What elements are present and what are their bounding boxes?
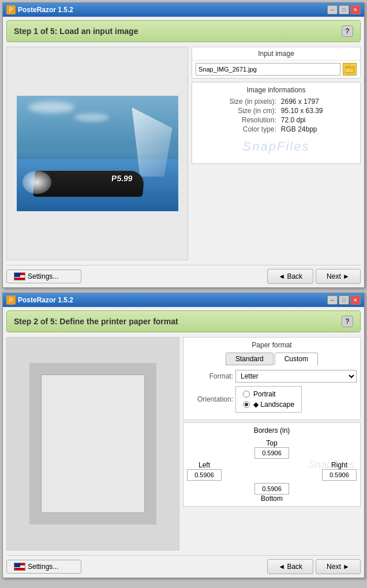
title-bar-left-2: P PosteRazor 1.5.2 (6, 295, 73, 305)
orientation-box: Portrait ◆ Landscape (235, 386, 302, 413)
window-2: P PosteRazor 1.5.2 ─ □ ✕ Step 2 of 5: De… (2, 293, 365, 578)
next-button-2[interactable]: Next ► (316, 559, 361, 574)
title-bar-2: P PosteRazor 1.5.2 ─ □ ✕ (3, 293, 364, 307)
middle-border-group: Left Right (187, 461, 357, 481)
step-title-1: Step 1 of 5: Load an input image (14, 27, 138, 36)
bottom-border-group: Bottom (187, 483, 357, 503)
preview-panel-2 (6, 337, 179, 550)
info-panel-1: Input image Image in (192, 47, 361, 260)
filename-input[interactable] (196, 63, 340, 76)
cloud-1 (28, 102, 74, 113)
right-label: Right (331, 461, 347, 469)
svg-rect-1 (345, 68, 354, 73)
minimize-button-2[interactable]: ─ (327, 295, 338, 305)
bottom-label: Bottom (261, 495, 283, 503)
paper-format-section: Paper format Standard Custom Format: Let… (183, 337, 361, 420)
tab-standard[interactable]: Standard (226, 353, 274, 365)
next-button-1[interactable]: Next ► (316, 269, 361, 284)
minimize-button-1[interactable]: ─ (327, 5, 338, 14)
bottom-bar-1: Settings... ◄ Back Next ► (6, 265, 361, 284)
left-border-input[interactable] (187, 469, 222, 481)
help-button-2[interactable]: ? (342, 316, 353, 327)
flag-icon-1 (14, 272, 25, 280)
folder-icon (345, 65, 354, 73)
help-button-1[interactable]: ? (342, 25, 353, 37)
preview-panel-1: P5.99 (6, 47, 188, 260)
image-info-box: Image informations Size (in pixels): 269… (192, 82, 361, 164)
race-number: P5.99 (111, 174, 133, 183)
right-border-group: Right (322, 461, 357, 481)
title-bar-buttons-2: ─ □ ✕ (327, 295, 361, 305)
step-header-2: Step 2 of 5: Define the printer paper fo… (6, 310, 361, 332)
left-border-group: Left (187, 461, 222, 481)
orientation-row: Orientation: Portrait ◆ Landscape (187, 386, 357, 413)
format-label: Format: (187, 372, 233, 380)
watermark-1: SnapFiles (196, 133, 357, 160)
size-cm-value: 95.10 x 63.39 (281, 107, 354, 115)
landscape-label: ◆ Landscape (253, 400, 294, 409)
format-select[interactable]: Letter (235, 370, 357, 383)
boat-preview-image: P5.99 (17, 96, 178, 211)
settings-button-1[interactable]: Settings... (6, 269, 81, 283)
app-icon-1: P (6, 5, 16, 14)
size-pixels-value: 2696 x 1797 (281, 98, 354, 106)
maximize-button-1[interactable]: □ (339, 5, 349, 14)
input-image-box: Input image (192, 47, 361, 78)
left-label: Left (199, 461, 210, 469)
title-bar-buttons-1: ─ □ ✕ (327, 5, 361, 14)
window-1-content: Step 1 of 5: Load an input image ? P5.99 (3, 17, 364, 287)
orientation-label: Orientation: (187, 395, 233, 403)
image-info-grid: Size (in pixels): 2696 x 1797 Size (in c… (196, 98, 357, 133)
color-type-value: RGB 24bpp (281, 125, 354, 133)
maximize-button-2[interactable]: □ (339, 295, 349, 305)
top-label: Top (266, 439, 277, 447)
main-area-2: Paper format Standard Custom Format: Let… (6, 337, 361, 550)
main-area-1: P5.99 Input image (6, 47, 361, 260)
window-2-content: Step 2 of 5: Define the printer paper fo… (3, 307, 364, 578)
borders-section: Borders (in) SnapFiles Top Left (183, 422, 361, 507)
size-cm-label: Size (in cm): (198, 107, 276, 115)
settings-label-1: Settings... (28, 272, 58, 280)
right-border-input[interactable] (322, 469, 357, 481)
landscape-radio-row[interactable]: ◆ Landscape (243, 400, 294, 409)
window-1: P PosteRazor 1.5.2 ─ □ ✕ Step 1 of 5: Lo… (2, 2, 365, 288)
image-info-header: Image informations (196, 86, 357, 94)
back-button-2[interactable]: ◄ Back (267, 559, 313, 574)
landscape-radio[interactable] (243, 401, 250, 408)
close-button-1[interactable]: ✕ (350, 5, 361, 14)
nav-buttons-2: ◄ Back Next ► (267, 559, 361, 574)
resolution-label: Resolution: (198, 116, 276, 124)
title-bar-left-1: P PosteRazor 1.5.2 (6, 5, 73, 14)
title-bar-1: P PosteRazor 1.5.2 ─ □ ✕ (3, 3, 364, 17)
paper-format-title: Paper format (187, 341, 357, 349)
paper-format-panel: Paper format Standard Custom Format: Let… (183, 337, 361, 550)
step-title-2: Step 2 of 5: Define the printer paper fo… (14, 317, 178, 326)
cloud-2 (74, 113, 109, 122)
browse-button[interactable] (343, 63, 357, 76)
portrait-radio-row[interactable]: Portrait (243, 390, 294, 398)
color-type-label: Color type: (198, 125, 276, 133)
input-row (192, 61, 360, 78)
close-button-2[interactable]: ✕ (350, 295, 361, 305)
input-image-header: Input image (192, 47, 360, 61)
tab-row: Standard Custom (187, 353, 357, 365)
size-pixels-label: Size (in pixels): (198, 98, 276, 106)
window-title-2: PosteRazor 1.5.2 (18, 296, 73, 304)
settings-label-2: Settings... (28, 563, 58, 571)
bottom-border-input[interactable] (254, 483, 289, 495)
paper-preview (29, 363, 156, 525)
bottom-bar-2: Settings... ◄ Back Next ► (6, 555, 361, 574)
portrait-label: Portrait (253, 390, 276, 398)
format-row: Format: Letter (187, 370, 357, 383)
window-title-1: PosteRazor 1.5.2 (18, 6, 73, 14)
settings-button-2[interactable]: Settings... (6, 560, 81, 574)
front-spray (23, 171, 51, 194)
flag-icon-2 (14, 563, 25, 571)
back-button-1[interactable]: ◄ Back (267, 269, 313, 284)
tab-custom[interactable]: Custom (275, 353, 318, 365)
resolution-value: 72.0 dpi (281, 116, 354, 124)
nav-buttons-1: ◄ Back Next ► (267, 269, 361, 284)
portrait-radio[interactable] (243, 391, 250, 398)
top-border-input[interactable] (254, 447, 289, 459)
paper-inner (41, 374, 145, 513)
